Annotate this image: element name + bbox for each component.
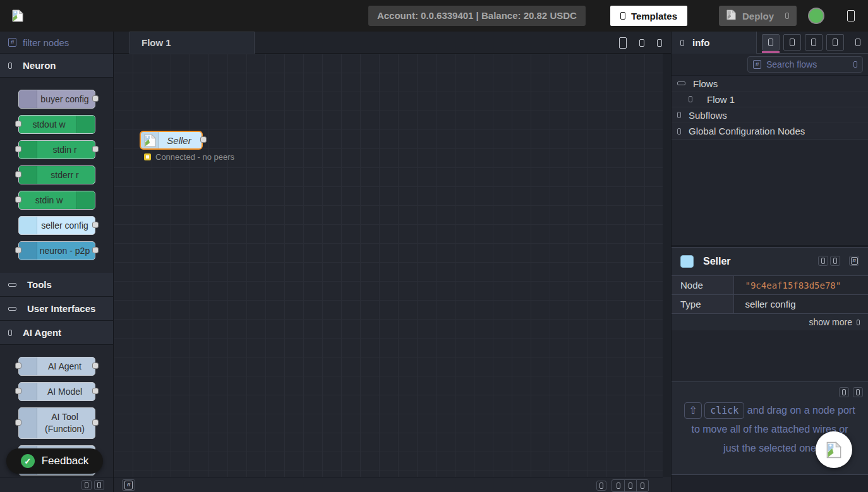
tree-item-flow-1[interactable]: Flow 1 — [672, 92, 868, 107]
templates-button[interactable]: Templates — [610, 6, 687, 26]
focus-flow-button[interactable] — [596, 481, 606, 491]
flow-list-icon[interactable] — [639, 39, 644, 47]
palette-node-ai-model[interactable]: AI Model — [18, 382, 95, 401]
node-label: buyer config — [37, 90, 92, 108]
node-label: stdout w — [21, 116, 76, 133]
palette-collapse-icon[interactable] — [94, 480, 104, 490]
canvas-footer-bar: fl — [114, 477, 663, 492]
node-label: AI Model — [37, 383, 92, 400]
tofu-glyph — [856, 389, 860, 395]
category-tools[interactable]: Tools — [0, 273, 113, 297]
zoom-reset-button[interactable] — [624, 480, 636, 491]
palette-footer — [0, 477, 113, 492]
seller-output-port[interactable] — [200, 136, 207, 143]
tab-flow-1[interactable]: Flow 1 — [130, 32, 255, 54]
category-expanded-icon — [8, 63, 12, 69]
input-port[interactable] — [15, 388, 21, 394]
search-flows-box[interactable]: fl — [747, 56, 863, 73]
zoom-out-button[interactable] — [612, 480, 624, 491]
input-port[interactable] — [15, 419, 21, 426]
deploy-options-chevron-icon[interactable] — [785, 13, 789, 19]
palette-node-stdout-w[interactable]: stdout w — [18, 115, 95, 134]
feedback-button[interactable]: ✓ Feedback — [6, 448, 103, 474]
floating-help-button-broken-image-icon[interactable] — [816, 431, 852, 468]
output-port[interactable] — [92, 146, 99, 152]
zoom-in-button[interactable] — [636, 480, 648, 491]
palette-node-stdin-w[interactable]: stdin w — [18, 191, 95, 210]
copy-name-button[interactable] — [818, 256, 828, 266]
input-port[interactable] — [15, 146, 21, 152]
output-port[interactable] — [92, 419, 99, 426]
input-port[interactable] — [15, 196, 21, 203]
category-neuron[interactable]: Neuron — [0, 54, 113, 78]
palette-node-seller-config[interactable]: seller config — [18, 216, 95, 235]
input-port[interactable] — [15, 171, 21, 177]
sidebar-tab-info-icon[interactable] — [762, 34, 780, 51]
flow-canvas[interactable]: Seller Connected - no peers — [114, 54, 663, 477]
tofu-glyph — [600, 483, 603, 489]
app-logo-broken-image-icon — [12, 9, 23, 22]
seller-node-label: Seller — [159, 132, 199, 148]
sidebar-tab-expand-icon[interactable] — [849, 34, 867, 51]
palette-manager-icon[interactable] — [81, 480, 92, 490]
output-port[interactable] — [92, 363, 99, 369]
filter-search-icon: fl — [8, 38, 16, 47]
tree-label: Flows — [693, 78, 718, 89]
tofu-glyph — [97, 482, 101, 488]
main-menu-icon[interactable] — [847, 10, 855, 21]
node-icon-area — [19, 141, 37, 159]
node-icon-area — [76, 116, 95, 133]
palette-node-neuron-p2p[interactable]: neuron - p2p — [18, 241, 95, 260]
next-tip-button[interactable] — [853, 387, 863, 397]
copy-id-button[interactable] — [830, 256, 840, 266]
category-ai-agent[interactable]: AI Agent — [0, 321, 113, 345]
palette-node-ai-agent[interactable]: AI Agent — [18, 357, 95, 376]
palette-node-stdin-r[interactable]: stdin r — [18, 140, 95, 159]
output-port[interactable] — [92, 222, 99, 228]
flow-menu-icon[interactable] — [657, 39, 662, 47]
flow-icon — [689, 96, 692, 102]
tofu-glyph — [833, 39, 838, 46]
deploy-button[interactable]: Deploy — [719, 6, 797, 26]
user-avatar[interactable] — [808, 8, 824, 24]
zoom-button-group — [612, 479, 649, 492]
find-node-button[interactable]: fl — [849, 256, 859, 266]
palette-node-ai-tool-function[interactable]: AI Tool (Function) — [18, 407, 95, 439]
tree-label: Global Configuration Nodes — [689, 126, 805, 136]
seller-flow-node[interactable]: Seller — [140, 131, 203, 150]
palette-node-buyer-config[interactable]: buyer config — [18, 90, 95, 109]
sidebar-tab-config-icon[interactable] — [826, 34, 844, 51]
node-label: stderr r — [37, 166, 92, 184]
tree-item-global-config-nodes[interactable]: Global Configuration Nodes — [672, 123, 868, 139]
tofu-glyph — [855, 39, 860, 46]
tree-item-flows[interactable]: Flows — [672, 76, 868, 92]
category-label: AI Agent — [23, 327, 61, 338]
node-icon-area — [19, 90, 37, 108]
sidebar-tab-debug-icon[interactable] — [805, 34, 823, 51]
output-port[interactable] — [92, 247, 99, 253]
input-port[interactable] — [15, 121, 21, 127]
palette-node-stderr-r[interactable]: stderr r — [18, 165, 95, 184]
tofu-glyph — [833, 258, 837, 264]
expand-icon — [677, 128, 681, 135]
search-flows-row: fl — [672, 54, 868, 76]
canvas-vertical-scrollbar[interactable] — [663, 54, 671, 477]
filter-nodes-input[interactable] — [23, 37, 99, 48]
category-user-interfaces[interactable]: User Interfaces — [0, 297, 113, 321]
previous-tip-button[interactable] — [839, 387, 849, 397]
add-flow-icon[interactable] — [619, 37, 627, 49]
canvas-search-button[interactable]: fl — [122, 479, 135, 491]
input-port[interactable] — [15, 363, 21, 369]
sidebar-tab-help-icon[interactable] — [783, 34, 801, 51]
output-port[interactable] — [92, 95, 99, 102]
tree-item-subflows[interactable]: Subflows — [672, 107, 868, 123]
info-sidebar: info fl Flows Flow 1 Subflows Glob — [671, 32, 868, 492]
search-sort-icon[interactable] — [853, 61, 857, 68]
search-flows-input[interactable] — [766, 59, 848, 69]
tab-info[interactable]: info — [672, 32, 757, 54]
flows-tree: Flows Flow 1 Subflows Global Configurati… — [672, 76, 868, 140]
table-row: Node "9c4eaf15f83d5e78" — [672, 276, 868, 295]
output-port[interactable] — [92, 388, 99, 394]
input-port[interactable] — [15, 247, 21, 253]
show-more-link[interactable]: show more — [672, 314, 868, 330]
